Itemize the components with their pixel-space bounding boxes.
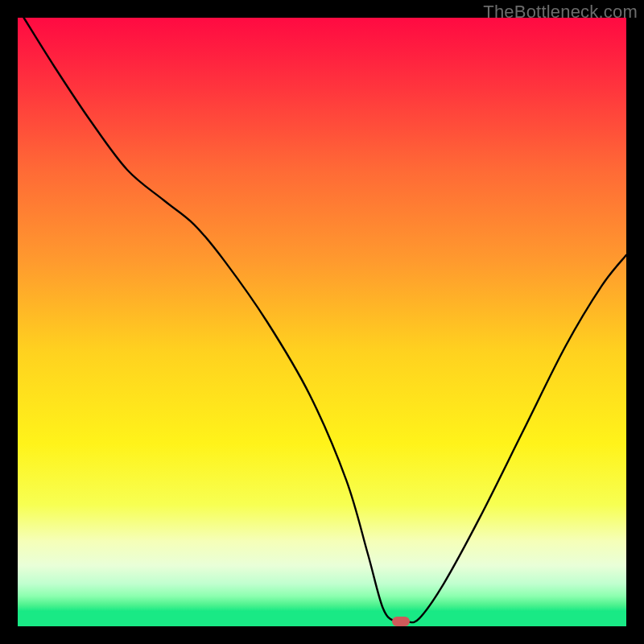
watermark-label: TheBottleneck.com xyxy=(483,2,638,23)
plot-area xyxy=(18,18,626,626)
bottleneck-marker xyxy=(392,617,410,626)
bottleneck-curve xyxy=(18,18,626,626)
chart-frame xyxy=(18,18,626,626)
